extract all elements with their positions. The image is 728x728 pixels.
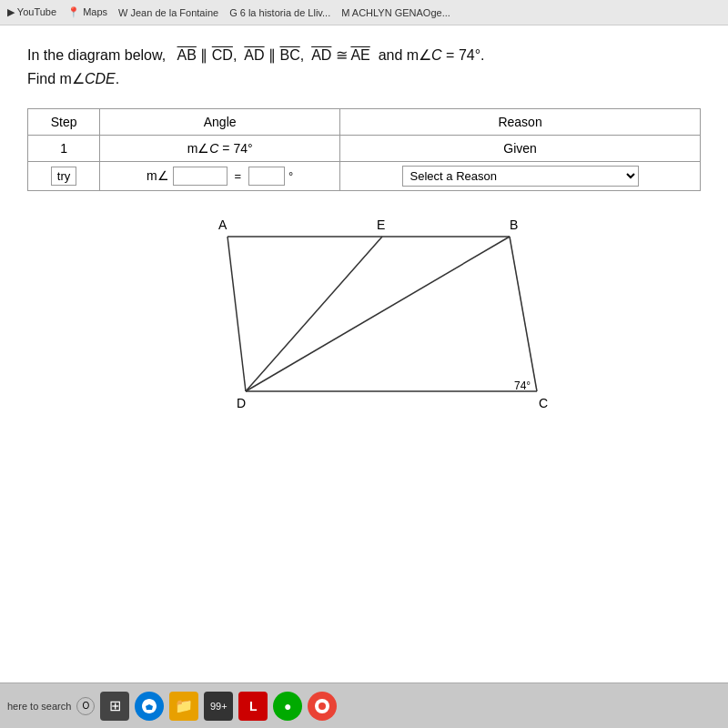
taskbar-l-icon[interactable]: L (238, 692, 268, 721)
col-header-step: Step (28, 109, 100, 136)
table-row: 1 m∠C = 74° Given (28, 136, 701, 162)
side-da (228, 237, 246, 391)
try-button[interactable]: try (51, 167, 76, 186)
step-number: 1 (28, 136, 100, 162)
tab-maps[interactable]: 📍 Maps (67, 6, 107, 18)
taskbar-green-icon[interactable]: ● (273, 692, 302, 721)
diagram-area: A E B D C 74° (27, 209, 701, 446)
taskbar-notification-icon[interactable]: 99+ (204, 692, 233, 721)
try-row: try m∠ = ° Select a Reason Given Alterna… (28, 162, 701, 191)
taskbar-search-text: here to search (7, 701, 71, 712)
tab-jean[interactable]: W Jean de la Fontaine (118, 7, 218, 18)
equals-sign: = (235, 169, 242, 183)
label-b: B (510, 217, 518, 232)
try-reason-cell: Select a Reason Given Alternate Interior… (340, 162, 701, 191)
tab-achlyn[interactable]: M ACHLYN GENAOge... (341, 7, 450, 18)
taskbar-folder-icon[interactable]: 📁 (169, 692, 198, 721)
col-header-angle: Angle (100, 109, 340, 136)
taskbar-edge-icon[interactable] (135, 692, 164, 721)
degree-symbol: ° (288, 169, 293, 183)
angle-name-input[interactable] (173, 167, 228, 186)
label-a: A (218, 217, 228, 232)
taskbar-chrome-icon[interactable] (308, 692, 337, 721)
try-angle-cell: m∠ = ° (100, 162, 340, 191)
side-bc (510, 237, 537, 391)
main-content: In the diagram below, AB ∥ CD, AD ∥ BC, … (0, 25, 728, 682)
proof-table: Step Angle Reason 1 m∠C = 74° Given try … (27, 108, 701, 191)
line-de (246, 237, 382, 391)
try-cell: try (28, 162, 100, 191)
angle-prefix: m∠ (147, 168, 169, 183)
angle-label: 74° (514, 379, 531, 392)
label-c: C (539, 396, 548, 410)
reason-select[interactable]: Select a Reason Given Alternate Interior… (402, 166, 639, 187)
line-db (246, 237, 510, 391)
problem-intro: In the diagram below, (27, 47, 174, 63)
search-circle[interactable]: O (76, 697, 95, 715)
problem-statement: In the diagram below, AB ∥ CD, AD ∥ BC, … (27, 44, 701, 90)
step-angle: m∠C = 74° (100, 136, 340, 162)
taskbar-grid-icon[interactable]: ⊞ (100, 692, 129, 721)
step-reason: Given (340, 136, 701, 162)
col-header-reason: Reason (340, 109, 701, 136)
geometry-diagram: A E B D C 74° (155, 209, 573, 446)
problem-find: Find m∠CDE. (27, 71, 119, 86)
label-d: D (237, 396, 246, 410)
degree-value-input[interactable] (248, 167, 285, 186)
tab-youtube[interactable]: ▶ YouTube (7, 6, 56, 18)
problem-conditions: AB ∥ CD, AD ∥ BC, AD ≅ AE and m∠C = 74°. (177, 47, 485, 63)
taskbar: here to search O ⊞ 📁 99+ L ● (0, 682, 728, 728)
label-e: E (377, 217, 385, 232)
tab-bar: ▶ YouTube 📍 Maps W Jean de la Fontaine G… (0, 0, 728, 25)
tab-historia[interactable]: G 6 la historia de Lliv... (229, 7, 330, 18)
